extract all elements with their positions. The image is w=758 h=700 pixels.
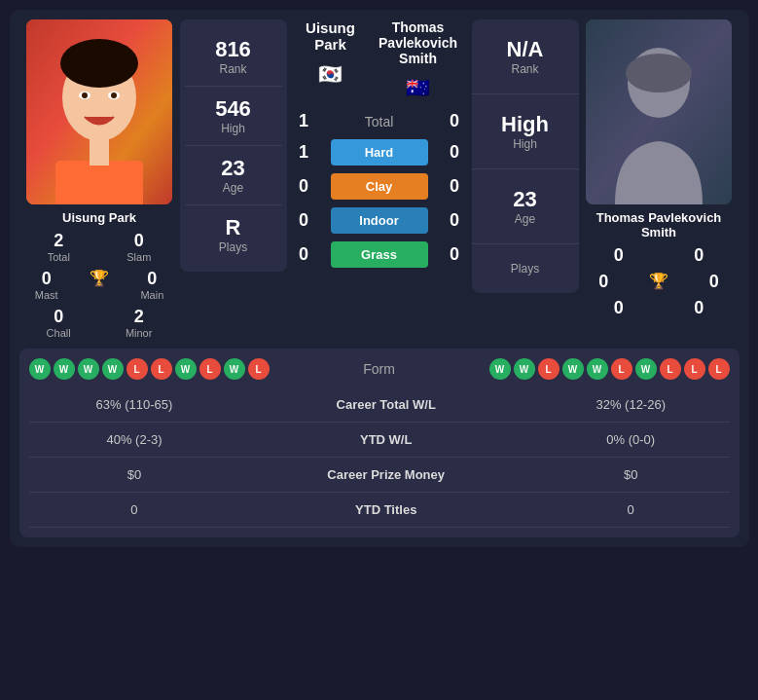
player1-total-label: Total bbox=[48, 251, 70, 263]
total-label: Total bbox=[365, 114, 394, 129]
player1-trophy: 🏆 bbox=[90, 269, 109, 301]
p2-header-name: Thomas Pavlekovich Smith bbox=[370, 19, 467, 66]
player1-stats-row1: 2 Total 0 Slam bbox=[19, 231, 180, 263]
player1-chall-label: Chall bbox=[47, 327, 71, 339]
form-badge-l: L bbox=[684, 358, 705, 380]
svg-point-11 bbox=[626, 54, 692, 92]
player2-slam-box: 0 bbox=[694, 245, 704, 266]
prize-label: Career Prize Money bbox=[239, 458, 532, 493]
form-badge-w: W bbox=[175, 358, 197, 380]
p1-career-wl: 63% (110-65) bbox=[29, 387, 240, 423]
form-badge-w: W bbox=[562, 358, 584, 380]
p1-rank-label: Rank bbox=[219, 62, 246, 76]
grass-score-p1: 0 bbox=[292, 244, 316, 265]
grass-score-p2: 0 bbox=[443, 244, 467, 265]
form-badge-w: W bbox=[489, 358, 511, 380]
indoor-button[interactable]: Indoor bbox=[331, 207, 428, 234]
form-row: WWWWLLWLWL Form WWLWWLWLLL bbox=[29, 358, 730, 380]
p2-rank-value: N/A bbox=[507, 37, 544, 62]
player2-minor-value: 0 bbox=[694, 298, 704, 318]
player2-form-badges: WWLWWLWLLL bbox=[489, 358, 730, 380]
player1-slam-label: Slam bbox=[126, 251, 151, 263]
form-badge-w: W bbox=[635, 358, 657, 380]
p1-age-cell: 23 Age bbox=[185, 146, 282, 205]
player2-main-box: 0 bbox=[709, 272, 719, 292]
svg-rect-7 bbox=[55, 161, 143, 204]
player2-total-value: 0 bbox=[614, 245, 624, 266]
form-badge-l: L bbox=[151, 358, 172, 380]
form-badge-l: L bbox=[538, 358, 559, 380]
svg-point-6 bbox=[111, 92, 117, 98]
p1-header-name: Uisung Park bbox=[292, 19, 370, 53]
p1-flag: 🇰🇷 bbox=[318, 62, 343, 86]
p2-plays-label: Plays bbox=[511, 262, 539, 276]
player2-name: Thomas Pavlekovich Smith bbox=[579, 210, 740, 239]
player1-photo-svg bbox=[26, 19, 172, 204]
player1-mast-value: 0 bbox=[42, 269, 52, 289]
main-card: Uisung Park 2 Total 0 Slam 0 Mast 🏆 bbox=[10, 10, 749, 547]
player1-form-badges: WWWWLLWLWL bbox=[29, 358, 270, 380]
player2-total-box: 0 bbox=[614, 245, 624, 266]
indoor-row: 0 Indoor 0 bbox=[292, 207, 467, 234]
p2-flag: 🇦🇺 bbox=[406, 76, 430, 99]
player2-stats-row2: 0 🏆 0 bbox=[579, 272, 740, 292]
form-badge-l: L bbox=[660, 358, 681, 380]
player1-total-box: 2 Total bbox=[48, 231, 70, 263]
player1-mast-label: Mast bbox=[35, 289, 58, 301]
player1-chall-box: 0 Chall bbox=[47, 307, 71, 339]
p2-ytd-wl: 0% (0-0) bbox=[532, 423, 730, 458]
player2-photo-svg bbox=[586, 19, 732, 204]
total-score-p2: 0 bbox=[442, 111, 466, 131]
player2-slam-value: 0 bbox=[694, 245, 704, 266]
player1-name: Uisung Park bbox=[62, 210, 136, 225]
form-badge-l: L bbox=[611, 358, 632, 380]
p1-ytd-titles: 0 bbox=[29, 493, 240, 528]
player1-slam-value: 0 bbox=[134, 231, 144, 251]
p1-age-label: Age bbox=[223, 181, 243, 195]
form-badge-w: W bbox=[29, 358, 51, 380]
p2-rank-cell: N/A Rank bbox=[472, 19, 579, 94]
p1-rank-cell: 816 Rank bbox=[185, 27, 282, 87]
p1-plays-label: Plays bbox=[219, 240, 247, 254]
form-section: WWWWLLWLWL Form WWLWWLWLLL 63% (110-65) … bbox=[19, 349, 740, 537]
p1-high-label: High bbox=[221, 122, 245, 135]
p2-ytd-titles: 0 bbox=[532, 493, 730, 528]
grass-button[interactable]: Grass bbox=[331, 241, 428, 268]
form-label: Form bbox=[270, 361, 489, 377]
clay-button[interactable]: Clay bbox=[331, 173, 428, 200]
p1-rank-value: 816 bbox=[215, 37, 251, 62]
p1-high-value: 546 bbox=[215, 96, 251, 122]
form-badge-w: W bbox=[587, 358, 608, 380]
p2-high-value: High bbox=[501, 112, 549, 137]
player2-main-value: 0 bbox=[709, 272, 719, 292]
p2-age-label: Age bbox=[515, 212, 535, 226]
svg-rect-8 bbox=[90, 136, 109, 166]
player1-mast-box: 0 Mast bbox=[35, 269, 58, 301]
player1-main-value: 0 bbox=[147, 269, 157, 289]
right-stats-panel: N/A Rank High High 23 Age Plays bbox=[472, 19, 579, 293]
player2-stats-row1: 0 0 bbox=[579, 245, 740, 266]
p1-prize: $0 bbox=[29, 458, 240, 493]
stats-table: 63% (110-65) Career Total W/L 32% (12-26… bbox=[29, 387, 730, 528]
hard-button[interactable]: Hard bbox=[331, 139, 428, 166]
career-wl-row: 63% (110-65) Career Total W/L 32% (12-26… bbox=[29, 387, 730, 423]
career-wl-label: Career Total W/L bbox=[239, 387, 532, 423]
player2-mast-value: 0 bbox=[598, 272, 608, 292]
form-badge-l: L bbox=[199, 358, 221, 380]
p2-high-cell: High High bbox=[472, 94, 579, 169]
prize-row: $0 Career Prize Money $0 bbox=[29, 458, 730, 493]
left-stats-panel: 816 Rank 546 High 23 Age R Plays bbox=[180, 19, 287, 272]
svg-point-2 bbox=[60, 39, 138, 88]
player1-slam-box: 0 Slam bbox=[126, 231, 151, 263]
p2-prize: $0 bbox=[532, 458, 730, 493]
p2-rank-label: Rank bbox=[511, 62, 538, 76]
grass-row: 0 Grass 0 bbox=[292, 241, 467, 268]
ytd-wl-row: 40% (2-3) YTD W/L 0% (0-0) bbox=[29, 423, 730, 458]
form-badge-w: W bbox=[54, 358, 75, 380]
form-badge-w: W bbox=[102, 358, 124, 380]
middle-section: 816 Rank 546 High 23 Age R Plays bbox=[180, 19, 579, 293]
players-section: Uisung Park 2 Total 0 Slam 0 Mast 🏆 bbox=[19, 19, 740, 339]
total-score-p1: 1 bbox=[292, 111, 316, 131]
clay-score-p2: 0 bbox=[443, 176, 467, 197]
hard-row: 1 Hard 0 bbox=[292, 139, 467, 166]
